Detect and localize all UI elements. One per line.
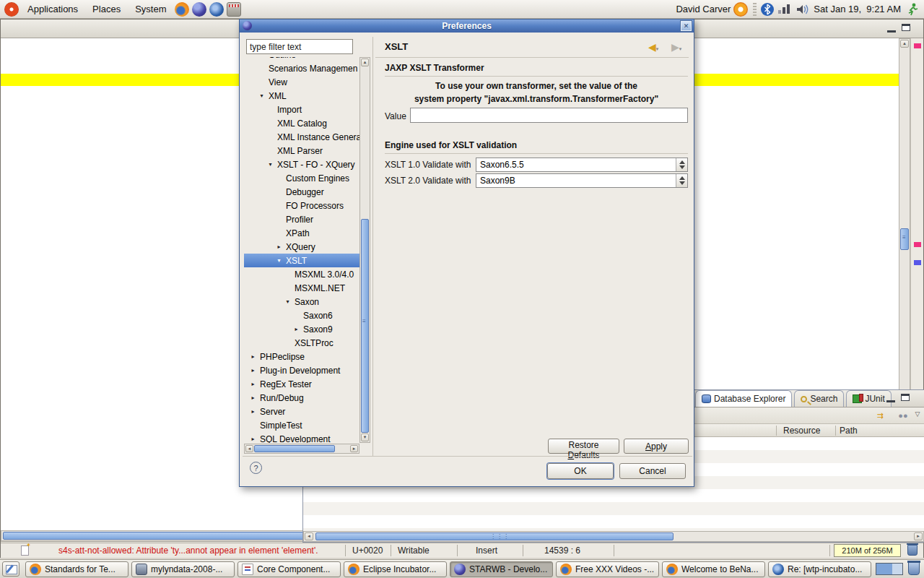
status-swirl-icon[interactable] xyxy=(733,2,748,17)
tab-junit[interactable]: JUnit xyxy=(846,390,891,407)
tab-search[interactable]: Search xyxy=(794,390,844,407)
editor-maximize-icon[interactable] xyxy=(902,24,910,31)
ok-button[interactable]: OK xyxy=(547,463,614,479)
preferences-tree-item[interactable]: ▸XQuery xyxy=(244,240,359,254)
preferences-filter-input[interactable] xyxy=(246,39,353,54)
expanded-arrow-icon[interactable]: ▾ xyxy=(274,257,284,264)
applications-menu[interactable]: Applications xyxy=(20,2,85,16)
preferences-tree-item[interactable]: XML Catalog xyxy=(244,116,359,130)
taskbar-window-button[interactable]: Free XXX Videos -... xyxy=(556,561,659,577)
taskbar-window-button[interactable]: Eclipse Incubator... xyxy=(344,561,447,577)
info-marker[interactable] xyxy=(914,260,921,265)
network-signal-icon[interactable] xyxy=(778,4,791,15)
tab-database-explorer[interactable]: Database Explorer xyxy=(695,390,792,407)
view-maximize-icon[interactable] xyxy=(901,394,910,401)
collapsed-arrow-icon[interactable]: ▸ xyxy=(274,243,284,250)
preferences-tree-item[interactable]: Debugger xyxy=(244,185,359,199)
preferences-tree-item[interactable]: ▾Saxon xyxy=(244,295,359,309)
help-icon[interactable]: ? xyxy=(250,462,262,474)
value-input[interactable] xyxy=(410,108,688,123)
taskbar-window-button[interactable]: STARWB - Develo... xyxy=(450,561,553,577)
thunderbird-launcher-icon[interactable] xyxy=(209,2,224,17)
collapsed-arrow-icon[interactable]: ▸ xyxy=(248,436,258,442)
preferences-tree-item[interactable]: ▸SQL Development xyxy=(244,432,359,443)
preferences-tree-item[interactable]: FO Processors xyxy=(244,199,359,212)
preferences-titlebar[interactable]: Preferences xyxy=(240,20,694,33)
back-nav-icon[interactable]: ◀▾ xyxy=(648,40,658,53)
preferences-tree-item[interactable]: Profiler xyxy=(244,212,359,226)
view-menu-icon[interactable]: ▽ xyxy=(911,408,924,420)
combo-spinner-icon[interactable] xyxy=(676,158,687,171)
preferences-tree-item[interactable]: ▸Run/Debug xyxy=(244,391,359,405)
ubuntu-menu-icon[interactable] xyxy=(4,2,19,17)
error-marker[interactable] xyxy=(914,43,921,48)
preferences-tree-item[interactable]: Saxon6 xyxy=(244,309,359,322)
grouping-icon[interactable]: ●● xyxy=(897,410,910,421)
expanded-arrow-icon[interactable]: ▾ xyxy=(266,161,275,168)
cancel-button[interactable]: Cancel xyxy=(619,463,686,479)
restore-defaults-button[interactable]: Restore Defaults xyxy=(548,439,619,454)
collapsed-arrow-icon[interactable]: ▸ xyxy=(248,381,258,387)
show-desktop-button[interactable] xyxy=(2,561,19,577)
collapsed-arrow-icon[interactable]: ▸ xyxy=(248,367,258,374)
preferences-tree-item[interactable]: Custom Engines xyxy=(244,171,359,185)
places-menu[interactable]: Places xyxy=(85,2,128,16)
collapsed-arrow-icon[interactable]: ▸ xyxy=(248,408,258,415)
preferences-tree-item[interactable]: ▾XSLT - FO - XQuery xyxy=(244,158,359,171)
preferences-tree-item[interactable]: XSLTProc xyxy=(244,336,359,350)
preferences-tree-item[interactable]: ▸PHPeclipse xyxy=(244,350,359,363)
pref-tree-vscrollbar[interactable]: ▴ ≡ ▾ xyxy=(359,57,370,443)
preferences-tree-item[interactable]: XML Instance Genera xyxy=(244,130,359,144)
editor-minimize-icon[interactable] xyxy=(887,25,896,33)
taskbar-window-button[interactable]: mylyndata-2008-... xyxy=(131,561,235,577)
firefox-launcher-icon[interactable] xyxy=(175,2,189,17)
garbage-collect-icon[interactable] xyxy=(907,545,918,556)
user-menu[interactable]: David Carver xyxy=(676,4,731,14)
volume-icon[interactable] xyxy=(795,2,809,17)
combo-spinner-icon[interactable] xyxy=(676,174,687,187)
taskbar-window-button[interactable]: Standards for Te... xyxy=(25,561,128,577)
eclipse-launcher-icon[interactable] xyxy=(192,2,206,17)
preferences-tree-item[interactable]: ▸Saxon9 xyxy=(244,322,359,336)
system-menu[interactable]: System xyxy=(128,2,173,16)
pref-tree-hscrollbar[interactable]: ◂ ▸ xyxy=(244,444,359,454)
expanded-arrow-icon[interactable]: ▾ xyxy=(283,298,292,305)
preferences-tree-item[interactable]: XML Parser xyxy=(244,144,359,158)
preferences-tree-item[interactable]: MSXML 3.0/4.0 xyxy=(244,267,359,281)
collapsed-arrow-icon[interactable]: ▸ xyxy=(248,394,258,401)
error-marker[interactable] xyxy=(914,242,921,247)
filter-arrows-icon[interactable]: ⇉ xyxy=(873,410,886,421)
bluetooth-icon[interactable] xyxy=(760,2,775,17)
clock[interactable]: Sat Jan 19, 9:21 AM xyxy=(814,4,901,14)
logout-runner-icon[interactable] xyxy=(905,2,920,17)
trash-icon[interactable] xyxy=(908,562,920,575)
preferences-tree-item[interactable]: Import xyxy=(244,103,359,116)
taskbar-window-button[interactable]: Welcome to BeNa... xyxy=(662,561,765,577)
preferences-tree-item[interactable]: ▾XSLT xyxy=(244,254,359,267)
xslt20-combo[interactable]: Saxon9B xyxy=(476,173,688,188)
apply-button[interactable]: Apply xyxy=(624,439,689,454)
preferences-tree-item[interactable]: MSXML.NET xyxy=(244,281,359,295)
taskbar-window-button[interactable]: Core Component... xyxy=(237,561,341,577)
memory-indicator[interactable]: 210M of 256M xyxy=(834,544,901,557)
column-resource[interactable]: Resource xyxy=(783,426,820,436)
workspace-switcher[interactable] xyxy=(876,563,903,575)
column-path[interactable]: Path xyxy=(840,426,858,436)
preferences-tree-item[interactable]: ▸RegEx Tester xyxy=(244,377,359,391)
archive-tool-launcher-icon[interactable] xyxy=(227,2,241,17)
collapsed-arrow-icon[interactable]: ▸ xyxy=(292,326,301,332)
dialog-close-icon[interactable]: ✕ xyxy=(681,21,692,31)
preferences-tree-item[interactable]: Scenarios Managemen xyxy=(244,61,359,75)
taskbar-window-button[interactable]: Re: [wtp-incubato... xyxy=(768,561,871,577)
expanded-arrow-icon[interactable]: ▾ xyxy=(257,92,266,99)
collapsed-arrow-icon[interactable]: ▸ xyxy=(248,353,258,360)
view-minimize-icon[interactable] xyxy=(886,395,895,402)
preferences-tree-item[interactable]: View xyxy=(244,75,359,89)
forward-nav-icon[interactable]: ▶▾ xyxy=(671,40,681,53)
bottom-view-hscrollbar[interactable]: ◂ ⋮⋮⋮ ▸ xyxy=(303,531,924,542)
preferences-tree-item[interactable]: XPath xyxy=(244,226,359,240)
preferences-tree-item[interactable]: ▸Plug-in Development xyxy=(244,363,359,377)
preferences-tree-item[interactable]: SimpleTest xyxy=(244,418,359,432)
xslt10-combo[interactable]: Saxon6.5.5 xyxy=(476,158,688,172)
preferences-tree-item[interactable]: ▾XML xyxy=(244,89,359,103)
